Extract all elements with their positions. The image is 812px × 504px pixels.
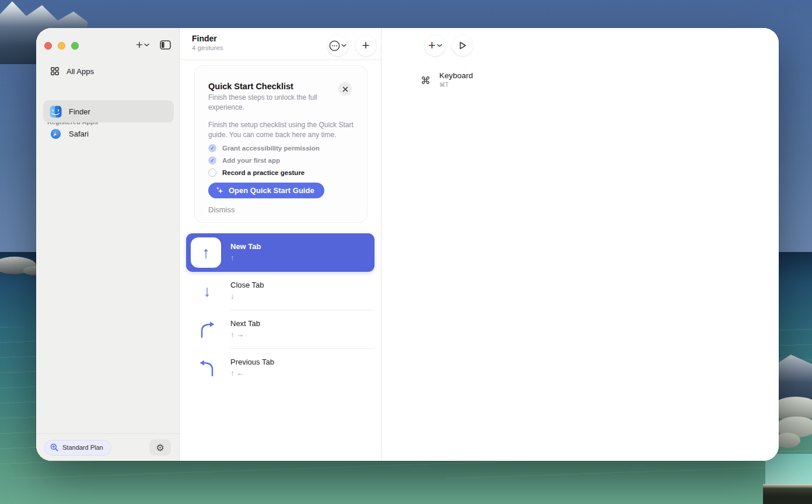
chevron-down-icon	[144, 43, 149, 47]
toggle-sidebar-button[interactable]	[160, 40, 171, 50]
finder-app-icon	[50, 106, 62, 118]
sidebar-item-finder[interactable]: Finder	[43, 100, 174, 123]
gestures-header-title-block: Finder 4 gestures	[192, 34, 223, 51]
app-name-label: Safari	[69, 130, 89, 138]
sidebar-footer: Standard Plan ⚙	[36, 433, 179, 461]
gesture-shortcut: ↑ ←	[230, 369, 274, 377]
gestures-panel: Finder 4 gestures + Quick Start Checklis…	[180, 28, 382, 461]
add-action-button[interactable]: +	[425, 35, 446, 56]
magnifier-plus-icon	[50, 443, 58, 452]
gesture-shortcut: ↑	[230, 253, 261, 262]
checklist-item-label: Grant accessibility permission	[222, 145, 320, 152]
app-window: + All Apps Registered Apps	[36, 28, 779, 461]
zoom-window-button[interactable]	[71, 42, 79, 50]
gesture-icon-box: ↑	[191, 237, 221, 268]
sidebar: + All Apps Registered Apps	[36, 28, 180, 461]
gesture-count-label: 4 gestures	[192, 44, 223, 51]
all-apps-label: All Apps	[66, 67, 94, 76]
play-icon	[458, 41, 467, 50]
checked-circle-icon: ✓	[208, 144, 216, 152]
cta-label: Open Quick Start Guide	[229, 186, 314, 195]
checklist-item: ✓ Grant accessibility permission	[208, 143, 320, 153]
gesture-row-new-tab[interactable]: ↑ New Tab ↑	[180, 233, 382, 272]
add-app-button[interactable]: +	[136, 38, 149, 51]
dismiss-link[interactable]: Dismiss	[208, 205, 235, 214]
minimize-window-button[interactable]	[58, 42, 65, 50]
gesture-row-close-tab[interactable]: ↓ Close Tab ↓	[180, 272, 382, 310]
arrow-up-icon: ↑	[202, 245, 210, 261]
ellipsis-circle-icon	[329, 40, 340, 51]
traffic-lights	[44, 42, 79, 50]
safari-app-icon	[50, 128, 62, 140]
quick-start-checklist-card: Quick Start Checklist Finish these steps…	[194, 65, 368, 223]
checklist-subtitle: Finish these steps to unlock the full ex…	[208, 93, 325, 113]
sidebar-toggle-icon	[160, 40, 171, 50]
command-icon: ⌘	[421, 75, 430, 88]
chevron-down-icon	[341, 44, 346, 47]
gesture-title: Close Tab	[230, 281, 264, 289]
gesture-title: Next Tab	[230, 319, 260, 328]
curve-up-left-arrow-icon	[197, 358, 218, 379]
chevron-down-icon	[437, 44, 442, 47]
open-quick-start-guide-button[interactable]: Open Quick Start Guide	[208, 183, 324, 198]
unchecked-circle-icon	[208, 169, 216, 177]
checklist-item-label: Record a practice gesture	[222, 169, 304, 176]
checklist-item-label: Add your first app	[222, 157, 280, 164]
wallpaper-shore	[763, 484, 812, 504]
action-item-keyboard[interactable]: ⌘ Keyboard ⌘T	[421, 71, 473, 88]
sidebar-toolbar: +	[136, 38, 171, 51]
more-options-button[interactable]	[327, 35, 348, 56]
wallpaper-shallow-water	[765, 454, 812, 488]
gesture-shortcut: ↓	[230, 292, 264, 300]
sparkle-icon	[216, 187, 224, 195]
plus-icon: +	[362, 39, 370, 52]
app-name-label: Finder	[69, 107, 90, 116]
settings-button[interactable]: ⚙	[149, 439, 171, 456]
gesture-title: Previous Tab	[230, 358, 274, 366]
action-shortcut: ⌘T	[439, 82, 473, 88]
sidebar-item-safari[interactable]: Safari	[43, 123, 174, 145]
close-icon	[342, 86, 348, 92]
gesture-title: New Tab	[230, 242, 261, 251]
checklist-description: Finish the setup checklist using the Qui…	[208, 120, 358, 140]
gear-icon: ⚙	[156, 442, 164, 453]
app-title: Finder	[192, 34, 223, 43]
actions-panel: + ⌘ Keyboard ⌘T	[382, 28, 779, 461]
gesture-shortcut: ↑ →	[230, 330, 260, 339]
gesture-row-next-tab[interactable]: Next Tab ↑ →	[180, 310, 382, 349]
close-window-button[interactable]	[44, 42, 52, 50]
sidebar-item-all-apps[interactable]: All Apps	[43, 62, 173, 80]
checklist-item: Record a practice gesture	[208, 167, 304, 178]
checklist-item: ✓ Add your first app	[208, 155, 280, 166]
gesture-row-previous-tab[interactable]: Previous Tab ↑ ←	[180, 349, 382, 387]
checked-circle-icon: ✓	[208, 156, 216, 164]
grid-icon	[51, 67, 59, 75]
action-title: Keyboard	[439, 71, 473, 80]
add-gesture-button[interactable]: +	[355, 35, 376, 56]
arrow-down-icon: ↓	[197, 281, 218, 302]
plus-icon: +	[136, 38, 143, 51]
curve-up-right-arrow-icon	[197, 319, 218, 340]
plus-icon: +	[428, 39, 436, 52]
plan-label: Standard Plan	[62, 444, 103, 451]
actions-header: +	[382, 28, 779, 60]
checklist-title: Quick Start Checklist	[208, 82, 293, 91]
run-action-button[interactable]	[452, 35, 473, 56]
gestures-header: Finder 4 gestures +	[180, 28, 381, 60]
close-checklist-button[interactable]	[338, 82, 352, 96]
plan-badge[interactable]: Standard Plan	[44, 440, 111, 456]
